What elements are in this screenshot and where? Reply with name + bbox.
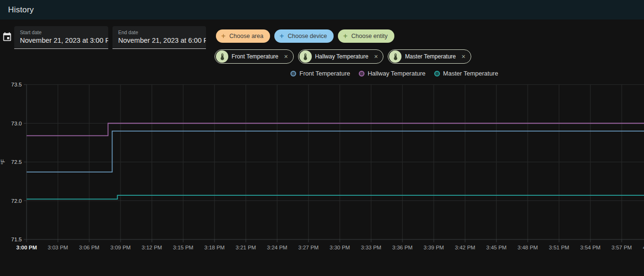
entity-chip-row: Front Temperature × Hallway Temperature … xyxy=(215,49,471,64)
legend-marker xyxy=(290,71,296,76)
legend-item-master-temperature[interactable]: Master Temperature xyxy=(434,70,498,77)
svg-text:3:21 PM: 3:21 PM xyxy=(236,245,256,250)
svg-text:3:15 PM: 3:15 PM xyxy=(173,245,194,250)
thermometer-icon xyxy=(299,50,312,63)
plus-icon: + xyxy=(221,32,225,40)
app-header: History xyxy=(0,0,644,19)
entity-chip-hallway-temperature[interactable]: Hallway Temperature × xyxy=(298,49,384,64)
filter-chip-row: + Choose area + Choose device + Choose e… xyxy=(216,29,394,43)
start-date-label: Start date xyxy=(20,29,103,35)
entity-chip-master-temperature[interactable]: Master Temperature × xyxy=(388,49,471,64)
svg-text:71.5: 71.5 xyxy=(11,237,22,242)
svg-text:3:39 PM: 3:39 PM xyxy=(424,245,444,250)
entity-chip-label: Master Temperature xyxy=(405,53,456,60)
svg-text:3:51 PM: 3:51 PM xyxy=(549,245,569,250)
legend-marker xyxy=(359,71,364,76)
close-icon[interactable]: × xyxy=(373,53,379,60)
svg-text:3:33 PM: 3:33 PM xyxy=(361,245,382,250)
svg-text:3:54 PM: 3:54 PM xyxy=(580,245,601,250)
svg-text:3:06 PM: 3:06 PM xyxy=(79,245,100,250)
svg-text:3:27 PM: 3:27 PM xyxy=(299,245,319,250)
chart-legend: Front Temperature Hallway Temperature Ma… xyxy=(290,70,498,77)
svg-text:°F: °F xyxy=(0,159,6,165)
choose-area-chip[interactable]: + Choose area xyxy=(216,29,270,43)
svg-text:73.5: 73.5 xyxy=(11,82,22,87)
history-page: History Start date November 21, 2023 at … xyxy=(0,0,644,276)
svg-text:72.5: 72.5 xyxy=(11,159,22,165)
svg-text:3:18 PM: 3:18 PM xyxy=(205,245,225,250)
legend-marker xyxy=(434,71,440,76)
choose-device-chip[interactable]: + Choose device xyxy=(274,29,334,43)
svg-text:73.0: 73.0 xyxy=(11,121,22,126)
svg-text:3:24 PM: 3:24 PM xyxy=(267,245,288,250)
svg-text:3:57 PM: 3:57 PM xyxy=(612,245,632,250)
legend-label: Master Temperature xyxy=(443,70,498,77)
page-title: History xyxy=(8,5,34,15)
choose-area-label: Choose area xyxy=(229,33,263,39)
svg-text:3:00 PM: 3:00 PM xyxy=(16,245,37,250)
end-date-label: End date xyxy=(118,29,200,35)
svg-text:3:12 PM: 3:12 PM xyxy=(142,245,162,250)
choose-entity-chip[interactable]: + Choose entity xyxy=(338,29,394,43)
thermometer-icon xyxy=(216,50,228,63)
close-icon[interactable]: × xyxy=(461,53,467,60)
close-icon[interactable]: × xyxy=(283,53,289,60)
history-chart[interactable]: 71.572.072.573.073.53:00 PM3:03 PM3:06 P… xyxy=(0,81,644,276)
svg-text:72.0: 72.0 xyxy=(11,198,22,204)
end-date-field[interactable]: End date November 21, 2023 at 6:00 PM xyxy=(112,26,206,49)
legend-item-hallway-temperature[interactable]: Hallway Temperature xyxy=(359,70,426,77)
legend-label: Hallway Temperature xyxy=(368,70,426,77)
plus-icon: + xyxy=(343,32,347,40)
choose-device-label: Choose device xyxy=(288,33,327,39)
svg-text:3:48 PM: 3:48 PM xyxy=(518,245,538,250)
thermometer-icon xyxy=(389,50,401,63)
svg-text:3:42 PM: 3:42 PM xyxy=(455,245,476,250)
svg-text:3:09 PM: 3:09 PM xyxy=(111,245,131,250)
svg-text:3:45 PM: 3:45 PM xyxy=(486,245,507,250)
legend-item-front-temperature[interactable]: Front Temperature xyxy=(290,70,350,77)
end-date-value: November 21, 2023 at 6:00 PM xyxy=(118,37,200,44)
calendar-icon xyxy=(2,32,12,42)
entity-chip-front-temperature[interactable]: Front Temperature × xyxy=(215,49,294,64)
plus-icon: + xyxy=(280,32,284,40)
start-date-value: November 21, 2023 at 3:00 PM xyxy=(20,37,103,44)
legend-label: Front Temperature xyxy=(299,70,350,77)
entity-chip-label: Hallway Temperature xyxy=(315,53,369,60)
start-date-field[interactable]: Start date November 21, 2023 at 3:00 PM xyxy=(14,26,108,49)
entity-chip-label: Front Temperature xyxy=(232,53,279,60)
calendar-icon[interactable] xyxy=(2,32,12,42)
svg-text:3:30 PM: 3:30 PM xyxy=(330,245,350,250)
svg-text:3:03 PM: 3:03 PM xyxy=(48,245,68,250)
choose-entity-label: Choose entity xyxy=(351,33,387,39)
svg-text:3:36 PM: 3:36 PM xyxy=(392,245,413,250)
